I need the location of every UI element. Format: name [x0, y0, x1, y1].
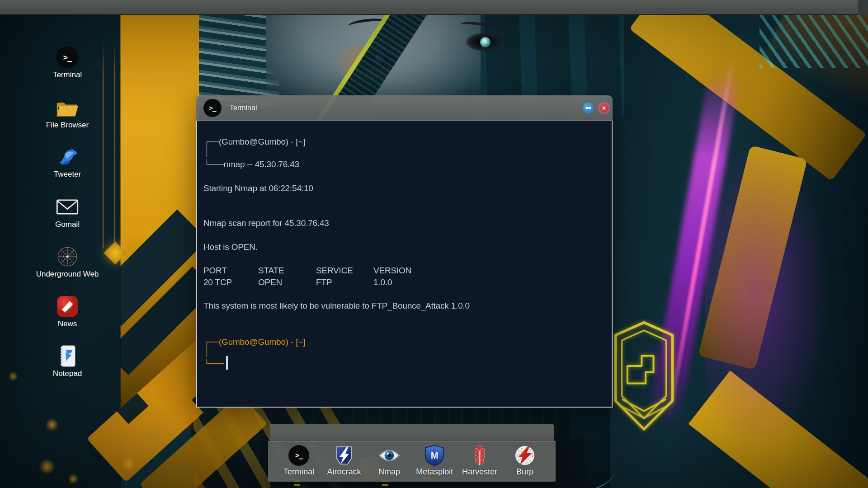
top-bar-notch [858, 0, 868, 15]
table-row: 20 TCP OPEN FTP 1.0.0 [203, 277, 429, 289]
top-bar [0, 0, 868, 15]
news-icon [57, 295, 78, 318]
minimize-button[interactable] [583, 103, 594, 113]
terminal-icon: >_ [288, 445, 309, 466]
notepad-icon [57, 344, 77, 368]
desktop-icon-tweeter[interactable]: Tweeter [27, 145, 108, 179]
desktop-icon-notepad[interactable]: Notepad [27, 344, 108, 378]
table-cell: 1.0.0 [373, 277, 392, 287]
desktop-icon-label: Gomail [55, 220, 80, 229]
table-header-row: PORT STATE SERVICE VERSION [203, 266, 429, 277]
table-header: SERVICE [316, 266, 353, 276]
desktop-icon-label: File Browser [46, 121, 89, 130]
desktop-icon-terminal[interactable]: >_ Terminal [27, 46, 108, 80]
terminal-icon: >_ [56, 46, 79, 69]
minimize-icon [585, 107, 591, 109]
prompt-line: ┌──(Gumbo@Gumbo) - [~] [204, 137, 305, 149]
web-icon [56, 245, 79, 268]
dock-item-label: Burp [516, 467, 533, 477]
dock-item-airocrack[interactable]: Airocrack [321, 441, 367, 482]
dock-item-label: Nmap [378, 467, 400, 477]
eye-icon [378, 445, 401, 466]
desktop-icon-label: News [58, 319, 77, 328]
terminal-titlebar[interactable]: >_ Terminal ✕ [196, 95, 613, 121]
dock-upper-bar [270, 424, 554, 441]
dock-item-harvester[interactable]: Harvester [457, 441, 502, 482]
prompt-line: │ [204, 147, 209, 159]
table-header: VERSION [373, 266, 411, 276]
table-cell: 20 TCP [203, 277, 232, 287]
terminal-output[interactable]: ┌──(Gumbo@Gumbo) - [~] │ └───nmap -- 45.… [196, 121, 613, 408]
desktop-icon-news[interactable]: News [27, 295, 108, 328]
close-icon: ✕ [602, 105, 607, 112]
terminal-cursor [226, 356, 228, 370]
shield-m-icon: M [425, 445, 444, 466]
table-header: STATE [258, 266, 284, 276]
folder-icon [56, 96, 79, 119]
output-line: Starting Nmap at 06:22:54:10 [203, 183, 313, 195]
dock-item-label: Airocrack [327, 467, 361, 477]
table-header: PORT [203, 266, 227, 276]
close-button[interactable]: ✕ [599, 103, 609, 113]
dock-item-label: Metasploit [416, 467, 453, 477]
desktop-icon-underground-web[interactable]: Underground Web [27, 245, 108, 279]
desktop-icon-label: Notepad [53, 369, 82, 378]
command-line: └───nmap -- 45.30.76.43 [204, 160, 299, 171]
dock-item-metasploit[interactable]: M Metasploit [412, 441, 457, 482]
desktop: >_ Terminal File Browser Tweeter [0, 0, 868, 488]
table-cell: FTP [316, 277, 332, 287]
output-line: This system is most likely to be vulnera… [203, 301, 470, 313]
table-cell: OPEN [258, 277, 282, 287]
shield-lightning-icon [334, 445, 354, 466]
wheat-icon [472, 445, 488, 466]
output-line: Nmap scan report for 45.30.76.43 [203, 218, 329, 230]
desktop-icon-file-browser[interactable]: File Browser [27, 96, 108, 130]
bird-icon [56, 145, 79, 169]
dock-item-terminal[interactable]: >_ Terminal [276, 441, 321, 482]
desktop-icon-gomail[interactable]: Gomail [27, 195, 108, 229]
dock-item-label: Harvester [462, 467, 497, 477]
bolt-fingerprint-icon [514, 445, 535, 466]
output-line: Host is OPEN. [203, 242, 258, 254]
svg-text:M: M [431, 450, 439, 460]
terminal-window: >_ Terminal ✕ ┌──(Gumbo@Gumbo) - [~] │ └… [196, 95, 613, 408]
terminal-icon: >_ [203, 99, 222, 117]
desktop-icon-label: Terminal [53, 70, 82, 80]
desktop-icon-label: Underground Web [36, 270, 99, 279]
prompt-line: ┌──(Gumbo@Gumbo) - [~] [204, 337, 305, 349]
envelope-icon [56, 195, 79, 219]
dock-item-burp[interactable]: Burp [502, 441, 547, 482]
dock-item-label: Terminal [283, 467, 314, 477]
desktop-icon-label: Tweeter [54, 170, 81, 179]
window-title: Terminal [230, 104, 257, 112]
prompt-line: │ [204, 347, 209, 359]
prompt-line: └─── [204, 359, 224, 371]
dock: >_ Terminal Airocrack [268, 441, 556, 482]
dock-item-nmap[interactable]: Nmap [367, 441, 412, 482]
